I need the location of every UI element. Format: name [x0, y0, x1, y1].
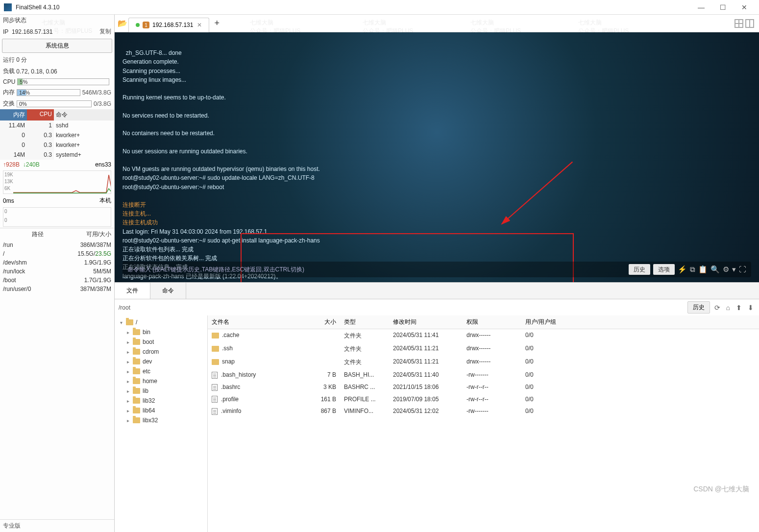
right-panel: 📂 1 192.168.57.131 ✕ + zh_SG.UTF-8... do…	[115, 15, 759, 532]
folder-icon	[133, 368, 140, 374]
folder-icon	[133, 359, 140, 364]
sysinfo-button[interactable]: 系统信息	[2, 39, 112, 53]
folder-tree[interactable]: ▾/▸bin▸boot▸cdrom▸dev▸etc▸home▸lib▸lib32…	[115, 315, 208, 532]
refresh-icon[interactable]: ⟳	[713, 304, 722, 312]
net-graph: 19K 13K 6K	[3, 170, 111, 194]
copy-icon[interactable]: ⧉	[690, 265, 695, 274]
folder-icon	[133, 398, 140, 404]
tree-node[interactable]: ▸cdrom	[117, 347, 205, 357]
upload-icon[interactable]: ⬆	[735, 304, 743, 312]
folder-icon	[212, 346, 219, 352]
tree-node[interactable]: ▸boot	[117, 337, 205, 347]
tree-node[interactable]: ▾/	[117, 317, 205, 327]
view-split-icon[interactable]	[745, 19, 754, 28]
folder-icon	[133, 378, 140, 384]
net-iface: ens33	[95, 161, 111, 168]
options-button[interactable]: 选项	[653, 264, 675, 275]
search-icon[interactable]: 🔍	[710, 265, 720, 274]
tree-node[interactable]: ▸bin	[117, 327, 205, 337]
tree-node[interactable]: ▸home	[117, 376, 205, 386]
folder-icon	[133, 408, 140, 413]
file-area: ▾/▸bin▸boot▸cdrom▸dev▸etc▸home▸lib▸lib32…	[115, 315, 759, 532]
path-bar: /root 历史 ⟳ ⌂ ⬆ ⬇	[115, 299, 759, 315]
sync-status-label: 同步状态	[3, 16, 26, 24]
fullscreen-icon[interactable]: ⛶	[739, 265, 746, 274]
file-icon	[212, 372, 218, 379]
file-row[interactable]: .cache文件夹2024/05/31 11:41drwx------0/0	[208, 329, 759, 342]
cmd-placeholder: 命令输入 (按ALT键提示历史,TAB键路径,ESC键返回,双击CTRL切换)	[127, 266, 304, 273]
tab-commands[interactable]: 命令	[150, 283, 186, 299]
titlebar: FinalShell 4.3.10 — ☐ ✕	[0, 0, 759, 15]
file-row[interactable]: .bash_history7 BBASH_HI...2024/05/31 11:…	[208, 369, 759, 381]
ip-label: IP	[3, 28, 8, 35]
copy-button[interactable]: 复制	[99, 27, 111, 36]
paste-icon[interactable]: 📋	[698, 265, 708, 274]
cpu-bar: 5%	[17, 78, 109, 85]
status-dot-icon	[136, 23, 140, 27]
mem-label: 内存	[3, 88, 15, 97]
disk-row[interactable]: /15.5G/23.5G	[0, 249, 114, 258]
disk-row[interactable]: /boot1.7G/1.9G	[0, 276, 114, 285]
session-tab[interactable]: 1 192.168.57.131 ✕	[128, 18, 209, 32]
latency-graph: 0 0	[3, 207, 111, 227]
file-list-header[interactable]: 文件名大小类型修改时间权限用户/用户组	[208, 315, 759, 329]
net-down: ↓240B	[23, 161, 40, 168]
tree-node[interactable]: ▸dev	[117, 357, 205, 366]
gear-icon[interactable]: ⚙	[723, 265, 729, 274]
current-path[interactable]: /root	[119, 304, 685, 311]
tree-node[interactable]: ▸lib64	[117, 406, 205, 415]
mem-value: 546M/3.8G	[82, 89, 111, 96]
tree-node[interactable]: ▸lib	[117, 386, 205, 396]
download-icon[interactable]: ⬇	[746, 304, 755, 312]
left-panel: 同步状态 IP 192.168.57.131复制 系统信息 运行 0 分 负载 …	[0, 15, 115, 532]
file-row[interactable]: .ssh文件夹2024/05/31 11:21drwx------0/0	[208, 342, 759, 356]
file-icon	[212, 396, 218, 403]
disk-row[interactable]: /run/lock5M/5M	[0, 267, 114, 276]
swap-bar: 0%	[17, 100, 92, 107]
tab-close-icon[interactable]: ✕	[197, 22, 202, 28]
disk-row[interactable]: /run386M/387M	[0, 241, 114, 249]
proc-row[interactable]: 11.4M1sshd	[0, 121, 114, 130]
folder-icon[interactable]: 📂	[117, 18, 128, 29]
maximize-button[interactable]: ☐	[712, 0, 734, 14]
path-history-button[interactable]: 历史	[687, 301, 710, 314]
swap-value: 0/3.8G	[94, 100, 111, 107]
proc-row[interactable]: 14M0.3systemd+	[0, 150, 114, 160]
tree-node[interactable]: ▸lib32	[117, 396, 205, 406]
file-row[interactable]: .bashrc3 KBBASHRC ...2021/10/15 18:06-rw…	[208, 381, 759, 393]
latency: 0ms	[3, 197, 14, 204]
file-tabs: 文件 命令	[115, 282, 759, 299]
tab-label: 192.168.57.131	[152, 22, 193, 28]
disk-row[interactable]: /dev/shm1.9G/1.9G	[0, 258, 114, 267]
tab-files[interactable]: 文件	[115, 283, 150, 299]
file-list: 文件名大小类型修改时间权限用户/用户组 .cache文件夹2024/05/31 …	[208, 315, 759, 532]
file-row[interactable]: .profile161 BPROFILE ...2019/07/09 18:05…	[208, 393, 759, 406]
close-button[interactable]: ✕	[734, 0, 755, 14]
file-icon	[212, 384, 218, 391]
folder-icon	[133, 388, 140, 394]
view-grid-icon[interactable]	[735, 19, 743, 28]
cpu-label: CPU	[3, 78, 15, 85]
bolt-icon[interactable]: ⚡	[678, 265, 687, 274]
net-up: ↑928B	[3, 161, 20, 168]
home-icon[interactable]: ⌂	[725, 304, 732, 312]
edition-label: 专业版	[0, 519, 114, 532]
uptime: 运行 0 分	[3, 56, 27, 64]
minimize-button[interactable]: —	[690, 0, 712, 14]
file-row[interactable]: .viminfo867 BVIMINFO...2024/05/31 12:02-…	[208, 405, 759, 417]
swap-label: 交换	[3, 99, 15, 108]
load-label: 负载	[3, 67, 15, 75]
tree-node[interactable]: ▸libx32	[117, 415, 205, 425]
tree-node[interactable]: ▸etc	[117, 366, 205, 376]
new-tab-button[interactable]: +	[214, 18, 220, 28]
disk-row[interactable]: /run/user/0387M/387M	[0, 285, 114, 293]
command-input-bar[interactable]: 命令输入 (按ALT键提示历史,TAB键路径,ESC键返回,双击CTRL切换) …	[122, 262, 751, 277]
proc-row[interactable]: 00.3kworker+	[0, 140, 114, 150]
expand-icon[interactable]: ▾	[732, 265, 736, 274]
terminal[interactable]: zh_SG.UTF-8... done Generation complete.…	[115, 32, 759, 282]
history-button[interactable]: 历史	[629, 264, 650, 275]
proc-row[interactable]: 00.3kworker+	[0, 130, 114, 140]
mem-bar: 14%	[17, 89, 80, 96]
local-label: 本机	[99, 196, 111, 205]
file-row[interactable]: snap文件夹2024/05/31 11:21drwx------0/0	[208, 356, 759, 369]
